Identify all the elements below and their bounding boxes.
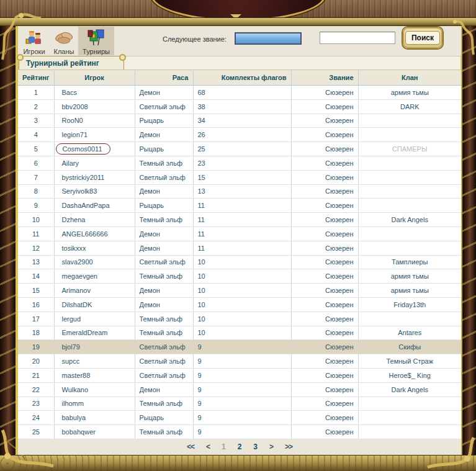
- clans-icon: [54, 30, 74, 47]
- clans-button[interactable]: Кланы: [50, 27, 78, 55]
- cell-player[interactable]: bbv2008: [54, 99, 135, 114]
- cell-clan: [358, 312, 461, 326]
- page-3-button[interactable]: 3: [253, 442, 258, 451]
- cell-race: Демон: [135, 86, 193, 100]
- cell-clan: [358, 241, 461, 255]
- table-row: 8 Seryivolk83 Демон 13 Сюзерен: [18, 184, 461, 199]
- table-row: 12 tosikxxx Демон 11 Сюзерен: [18, 241, 461, 255]
- cell-clan: Dark Angels: [358, 382, 461, 397]
- cell-clan: Heroe$_ King: [358, 368, 461, 382]
- search-input[interactable]: [320, 32, 395, 44]
- cell-flagsets: 9: [193, 368, 291, 382]
- cell-rank: Сюзерен: [291, 269, 358, 284]
- cell-player[interactable]: master88: [54, 368, 135, 382]
- column-header-race: Раса: [135, 70, 193, 86]
- players-button[interactable]: Игроки: [20, 27, 48, 55]
- cell-player[interactable]: babulya: [54, 411, 135, 425]
- cell-rating: 7: [18, 170, 54, 184]
- cell-clan: Темный Страж: [358, 354, 461, 369]
- table-row: 22 Wulkano Демон 9 Сюзерен Dark Angels: [18, 382, 461, 397]
- cell-clan: Dark Angels: [358, 213, 461, 227]
- cell-flagsets: 11: [193, 213, 291, 227]
- cell-player[interactable]: DilshatDK: [54, 297, 135, 312]
- cell-flagsets: 11: [193, 199, 291, 213]
- cell-player[interactable]: Arimanov: [54, 284, 135, 298]
- cell-rank: Сюзерен: [291, 354, 358, 369]
- cell-rank: Сюзерен: [291, 99, 358, 114]
- page-next-button[interactable]: >: [269, 442, 273, 451]
- cell-player[interactable]: Seryivolk83: [54, 184, 135, 199]
- cell-race: Темный эльф: [135, 156, 193, 170]
- cell-flagsets: 9: [193, 425, 291, 439]
- cell-flagsets: 23: [193, 156, 291, 170]
- table-row: 2 bbv2008 Светлый эльф 38 Сюзерен DARK: [18, 99, 461, 114]
- page-2-button[interactable]: 2: [238, 442, 242, 451]
- cell-rating: 3: [18, 114, 54, 128]
- cell-player[interactable]: Bacs: [54, 86, 135, 100]
- cell-player[interactable]: DashaAndPapa: [54, 199, 135, 213]
- cell-clan: [358, 227, 461, 241]
- cell-player[interactable]: Wulkano: [54, 382, 135, 397]
- cell-player[interactable]: lergud: [54, 312, 135, 326]
- cell-player[interactable]: tosikxxx: [54, 241, 135, 255]
- cell-rank: Сюзерен: [291, 312, 358, 326]
- cell-rank: Сюзерен: [291, 170, 358, 184]
- cell-rank: Сюзерен: [291, 297, 358, 312]
- tournaments-icon: [87, 29, 106, 47]
- cell-rank: Сюзерен: [291, 114, 358, 128]
- cell-rating: 13: [18, 255, 54, 269]
- toolbar: Игроки Кланы Турниры Следующее звание:: [18, 26, 461, 56]
- cell-player[interactable]: bjol79: [54, 340, 135, 354]
- cell-clan: [358, 184, 461, 199]
- column-header-clan: Клан: [358, 70, 461, 86]
- cell-rating: 16: [18, 297, 54, 312]
- cell-rating: 11: [18, 227, 54, 241]
- table-row: 25 bobahqwer Темный эльф 9 Сюзерен: [18, 425, 461, 439]
- table-row: 16 DilshatDK Демон 10 Сюзерен Friday13th: [18, 297, 461, 312]
- search-button[interactable]: Поиск: [403, 27, 442, 48]
- cell-rating: 6: [18, 156, 54, 170]
- cell-player[interactable]: ilhomm: [54, 397, 135, 411]
- cell-player[interactable]: bystrickiy2011: [54, 170, 135, 184]
- frame-right: [462, 26, 476, 455]
- cell-race: Темный эльф: [135, 312, 193, 326]
- cell-player[interactable]: RooN0: [54, 114, 135, 128]
- cell-player[interactable]: megaevgen: [54, 269, 135, 284]
- column-header-rank: Звание: [291, 70, 358, 86]
- cell-clan: [358, 114, 461, 128]
- cell-rank: Сюзерен: [291, 425, 358, 439]
- cell-player[interactable]: supcc: [54, 354, 135, 369]
- cell-rating: 5: [18, 142, 54, 156]
- cell-player[interactable]: Cosmos0011: [54, 142, 135, 156]
- tournaments-button[interactable]: Турниры: [78, 27, 114, 55]
- cell-player[interactable]: slava2900: [54, 255, 135, 269]
- cell-race: Темный эльф: [135, 213, 193, 227]
- cell-player[interactable]: Ailary: [54, 156, 135, 170]
- cell-rating: 18: [18, 326, 54, 340]
- table-row: 9 DashaAndPapa Рыцарь 11 Сюзерен: [18, 199, 461, 213]
- frame-left: [0, 26, 16, 455]
- cell-player[interactable]: bobahqwer: [54, 425, 135, 439]
- table-row: 3 RooN0 Рыцарь 34 Сюзерен: [18, 114, 461, 128]
- cell-rank: Сюзерен: [291, 86, 358, 100]
- table-row: 21 master88 Светлый эльф 9 Сюзерен Heroe…: [18, 368, 461, 382]
- cell-rating: 10: [18, 213, 54, 227]
- page-prev-button[interactable]: <: [206, 442, 210, 451]
- table-row: 23 ilhomm Темный эльф 9 Сюзерен: [18, 397, 461, 411]
- cell-race: Демон: [135, 128, 193, 142]
- table-row: 10 Dzhena Темный эльф 11 Сюзерен Dark An…: [18, 213, 461, 227]
- cell-rating: 25: [18, 425, 54, 439]
- cell-clan: армия тьмы: [358, 86, 461, 100]
- page-last-button[interactable]: >>: [285, 442, 292, 451]
- tab-tournament-rating[interactable]: Турнирный рейтинг: [19, 56, 124, 70]
- cell-clan: [358, 170, 461, 184]
- cell-player[interactable]: EmeraldDream: [54, 326, 135, 340]
- cell-clan: [358, 411, 461, 425]
- cell-player[interactable]: legion71: [54, 128, 135, 142]
- cell-rating: 24: [18, 411, 54, 425]
- cell-player[interactable]: Dzhena: [54, 213, 135, 227]
- table-row: 14 megaevgen Темный эльф 10 Сюзерен арми…: [18, 269, 461, 284]
- cell-flagsets: 10: [193, 312, 291, 326]
- cell-player[interactable]: ANGEL666666: [54, 227, 135, 241]
- page-first-button[interactable]: <<: [187, 442, 194, 451]
